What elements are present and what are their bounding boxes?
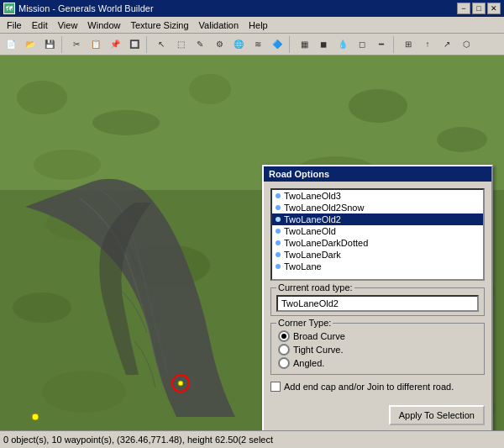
tb17[interactable]: ↑ (418, 35, 437, 54)
main-canvas[interactable]: Road Options TwoLaneOld3 TwoLaneOld2Snow… (0, 55, 504, 447)
dialog-title: Road Options (264, 166, 491, 182)
tb8[interactable]: 🌐 (229, 35, 248, 54)
toolbar: 📄 📂 💾 ✂ 📋 📌 🔲 ↖ ⬚ ✎ ⚙ 🌐 ≋ 🔷 ▦ ◼ 💧 ◻ ━ ⊞ … (0, 34, 504, 55)
road-type-list[interactable]: TwoLaneOld3 TwoLaneOld2Snow TwoLaneOld2 … (270, 188, 485, 281)
list-item-6[interactable]: TwoLane (272, 261, 483, 272)
svg-point-16 (42, 371, 126, 413)
cut-button[interactable]: ✂ (67, 35, 86, 54)
svg-point-12 (13, 293, 71, 323)
list-item-2[interactable]: TwoLaneOld2 (272, 213, 483, 225)
menu-view[interactable]: View (53, 18, 83, 32)
tb4[interactable]: 🔲 (125, 35, 144, 54)
corner-type-group: Corner Type: Broad Curve Tight Curve. (270, 323, 485, 375)
svg-point-3 (92, 110, 160, 135)
list-label-0: TwoLaneOld3 (284, 191, 341, 201)
radio-outer-0 (278, 330, 290, 342)
list-item-1[interactable]: TwoLaneOld2Snow (272, 202, 483, 213)
close-button[interactable]: ✕ (487, 3, 501, 14)
separator-4 (393, 36, 396, 53)
list-item-4[interactable]: TwoLaneDarkDotted (272, 237, 483, 249)
svg-point-4 (189, 74, 231, 104)
radio-broad-curve[interactable]: Broad Curve (278, 330, 477, 342)
list-label-2: TwoLaneOld2 (284, 214, 341, 224)
svg-point-19 (178, 381, 183, 386)
list-dot-1 (276, 205, 281, 210)
menubar: File Edit View Window Texture Sizing Val… (0, 17, 504, 34)
maximize-button[interactable]: □ (472, 3, 486, 14)
end-cap-checkbox[interactable] (270, 382, 281, 392)
open-button[interactable]: 📂 (21, 35, 39, 54)
dialog-body: TwoLaneOld3 TwoLaneOld2Snow TwoLaneOld2 … (264, 182, 491, 432)
radio-icon-1 (279, 345, 289, 355)
menu-texture-sizing[interactable]: Texture Sizing (125, 18, 193, 32)
menu-validation[interactable]: Validation (194, 18, 244, 32)
list-dot-4 (276, 240, 281, 245)
list-label-4: TwoLaneDarkDotted (284, 238, 368, 248)
arrow-tool[interactable]: ↖ (152, 35, 171, 54)
list-dot-2 (276, 217, 281, 222)
list-dot-3 (276, 229, 281, 234)
tb16[interactable]: ⊞ (399, 35, 417, 54)
radio-angled[interactable]: Angled. (278, 357, 477, 369)
road-options-dialog: Road Options TwoLaneOld3 TwoLaneOld2Snow… (262, 165, 493, 434)
svg-point-17 (32, 414, 39, 420)
tb7[interactable]: ⚙ (210, 35, 228, 54)
minimize-button[interactable]: − (457, 3, 470, 14)
svg-point-5 (349, 89, 407, 123)
radio-outer-2 (278, 357, 290, 369)
tb11[interactable]: ▦ (295, 35, 313, 54)
tb19[interactable]: ⬡ (457, 35, 475, 54)
svg-point-7 (34, 150, 101, 180)
end-cap-label: Add end cap and/or Join to different roa… (284, 382, 454, 392)
current-road-input[interactable] (276, 295, 479, 312)
svg-point-6 (437, 127, 487, 152)
tb15[interactable]: ━ (372, 35, 391, 54)
svg-point-2 (17, 81, 67, 114)
separator-3 (289, 36, 292, 53)
copy-button[interactable]: 📋 (87, 35, 105, 54)
separator-2 (146, 36, 150, 53)
list-dot-0 (276, 193, 281, 198)
list-item-3[interactable]: TwoLaneOld (272, 225, 483, 237)
radio-outer-1 (278, 344, 290, 356)
save-button[interactable]: 💾 (40, 35, 59, 54)
new-button[interactable]: 📄 (2, 35, 20, 54)
list-label-3: TwoLaneOld (284, 226, 336, 236)
paste-button[interactable]: 📌 (106, 35, 124, 54)
separator-1 (61, 36, 65, 53)
window-controls: − □ ✕ (457, 3, 501, 14)
list-label-6: TwoLane (284, 261, 322, 271)
menu-window[interactable]: Window (82, 18, 125, 32)
list-label-1: TwoLaneOld2Snow (284, 203, 364, 213)
tb18[interactable]: ↗ (438, 35, 456, 54)
radio-tight-curve[interactable]: Tight Curve. (278, 344, 477, 356)
list-label-5: TwoLaneDark (284, 250, 341, 260)
current-road-label: Current road type: (276, 282, 354, 293)
status-text: 0 object(s), 10 waypoint(s), (326.46,771… (3, 435, 273, 445)
radio-label-1: Tight Curve. (293, 345, 344, 355)
menu-edit[interactable]: Edit (27, 18, 53, 32)
app-icon: 🗺 (3, 3, 15, 14)
end-cap-row[interactable]: Add end cap and/or Join to different roa… (270, 382, 485, 392)
radio-icon-0 (279, 331, 289, 341)
tb6[interactable]: ✎ (191, 35, 209, 54)
menu-help[interactable]: Help (244, 18, 273, 32)
list-item-5[interactable]: TwoLaneDark (272, 249, 483, 261)
menu-file[interactable]: File (2, 18, 27, 32)
titlebar: 🗺 Mission - Generals World Builder − □ ✕ (0, 0, 504, 17)
list-dot-6 (276, 264, 281, 269)
radio-icon-2 (279, 358, 289, 368)
radio-label-2: Angled. (293, 358, 324, 368)
apply-selection-button[interactable]: Apply To Selection (389, 405, 485, 425)
tb14[interactable]: ◻ (353, 35, 371, 54)
radio-label-0: Broad Curve (293, 331, 345, 341)
list-item-0[interactable]: TwoLaneOld3 (272, 190, 483, 202)
tb12[interactable]: ◼ (314, 35, 333, 54)
current-road-group: Current road type: (270, 287, 485, 316)
select-tool[interactable]: ⬚ (171, 35, 190, 54)
window-title: Mission - Generals World Builder (18, 3, 154, 13)
corner-type-label: Corner Type: (276, 318, 333, 328)
tb9[interactable]: ≋ (249, 35, 267, 54)
tb10[interactable]: 🔷 (268, 35, 286, 54)
tb13[interactable]: 💧 (333, 35, 352, 54)
